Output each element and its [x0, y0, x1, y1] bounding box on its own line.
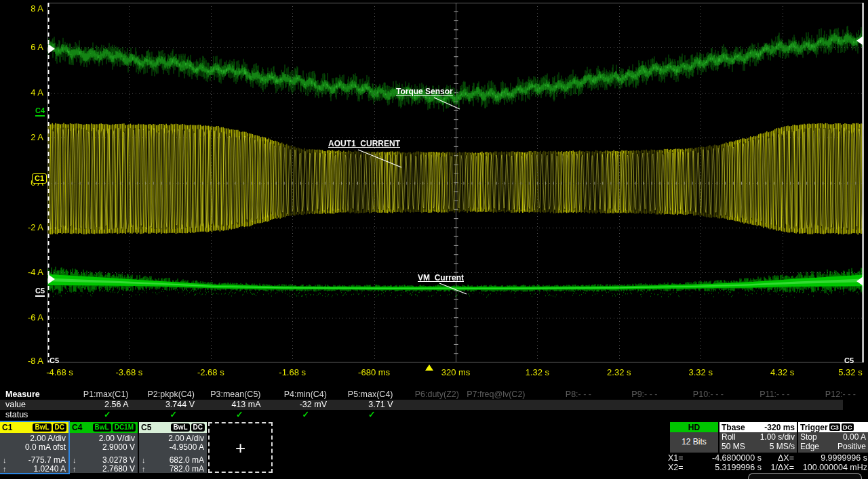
- y-axis-label: 4 A: [0, 88, 43, 98]
- timebase-scale: 1.00 s/div: [760, 432, 795, 442]
- trigger-header: Trigger C3 DC: [798, 422, 868, 432]
- up-arrow-icon: ↑: [142, 465, 146, 474]
- measure-value: [790, 400, 856, 410]
- channel-descriptor-c1[interactable]: C1BwLDC2.00 A/div0.0 mA ofst↓-775.7 mA↑1…: [0, 422, 68, 473]
- measure-value: -32 mV: [261, 400, 328, 410]
- x-axis-label: 5.32 s: [818, 367, 868, 378]
- measure-status-check: [724, 410, 790, 420]
- hd-resolution-box[interactable]: HD 12 Bits: [670, 422, 718, 453]
- cursor-readout: X1= -4.6800000 s ΔX= 9.9999996 s X2= 5.3…: [668, 453, 867, 472]
- trigger-box[interactable]: Trigger C3 DC Stop 0.00 A Edge Positive: [798, 422, 868, 453]
- measure-status-check: [393, 410, 460, 420]
- channel-header: C4BwLDC1M: [70, 422, 138, 433]
- timebase-mode: Roll: [722, 432, 736, 442]
- down-arrow-icon: ↓: [3, 456, 7, 465]
- trace-label[interactable]: Torque Sensor: [396, 87, 453, 96]
- measure-value: [591, 400, 658, 410]
- measure-status-check: ✓: [62, 410, 129, 420]
- measure-value: [459, 400, 526, 410]
- trigger-position-marker: [425, 365, 433, 371]
- measure-column-header[interactable]: P1:max(C1): [62, 390, 129, 400]
- y-axis-label: -6 A: [0, 313, 43, 322]
- hd-title: HD: [688, 423, 700, 432]
- x-axis-label: -2.68 s: [178, 367, 243, 378]
- channel-cursor-value: 1.0240 A: [34, 465, 66, 474]
- x-axis-label: -3.68 s: [96, 367, 161, 378]
- x-axis-label: -1.68 s: [260, 367, 325, 378]
- measure-status-check: ✓: [327, 410, 393, 420]
- measure-status-check: [459, 410, 526, 420]
- measure-column-header[interactable]: P6:duty(Z2): [393, 390, 460, 400]
- channel-cursor-value: 2.7680 V: [102, 465, 135, 474]
- plus-icon: +: [235, 439, 245, 457]
- measure-status-check: ✓: [261, 410, 328, 420]
- channel-badge-dc: DC: [191, 423, 205, 432]
- measure-value: [658, 400, 724, 410]
- measure-column-header[interactable]: P8:- - -: [526, 390, 592, 400]
- x-axis-label: 320 ms: [423, 367, 488, 378]
- trace-label[interactable]: VM_Current: [418, 273, 464, 283]
- measure-column-header[interactable]: P2:pkpk(C4): [129, 390, 195, 400]
- x2-label: X2=: [668, 463, 692, 472]
- measure-column-header[interactable]: P7:freq@lv(C2): [459, 390, 526, 400]
- measure-status-check: [658, 410, 724, 420]
- channel-zero-marker-c5: C5: [35, 287, 45, 297]
- measure-table: Measure P1:max(C1)P2:pkpk(C4)P3:mean(C5)…: [0, 390, 856, 420]
- channel-descriptor-c4[interactable]: C4BwLDC1M2.00 V/div2.9000 V↓3.0278 V↑2.7…: [70, 422, 138, 473]
- measure-column-header[interactable]: P10:- - -: [658, 390, 724, 400]
- measure-column-header[interactable]: P9:- - -: [591, 390, 658, 400]
- bottom-popup-tab[interactable]: [748, 473, 862, 479]
- channel-setting: 2.9000 V: [73, 443, 135, 452]
- y-axis-label: 0 A: [0, 178, 43, 188]
- measure-value: [393, 400, 460, 410]
- measure-column-header[interactable]: P5:max(C4): [327, 390, 393, 400]
- measure-value: 413 mA: [195, 400, 261, 410]
- channel-name: C1: [2, 423, 12, 432]
- dx-label: ΔX=: [762, 453, 794, 463]
- measure-value: [724, 400, 790, 410]
- x1-value: -4.6800000 s: [692, 453, 762, 463]
- measure-status-check: ✓: [129, 410, 195, 420]
- trigger-coupling-badge: DC: [842, 423, 854, 431]
- up-arrow-icon: ↑: [73, 465, 77, 474]
- measure-value: 3.71 V: [327, 400, 393, 410]
- channel-setting: 0.0 mA ofst: [3, 443, 66, 452]
- measure-column-header[interactable]: P11:- - -: [724, 390, 790, 400]
- y-axis-label: 6 A: [0, 43, 43, 52]
- channel-name: C4: [72, 423, 82, 432]
- y-axis-label: -8 A: [0, 356, 43, 366]
- trigger-source-badge: C3: [829, 423, 840, 431]
- trigger-slope: Positive: [837, 442, 866, 451]
- measure-status-check: [526, 410, 592, 420]
- inv-dx-value: 100.000004 mHz: [794, 463, 867, 472]
- measure-status-check: [591, 410, 658, 420]
- measure-title: Measure: [0, 390, 62, 400]
- down-arrow-icon: ↓: [142, 456, 146, 465]
- down-arrow-icon: ↓: [73, 456, 77, 465]
- dx-value: 9.9999996 s: [794, 453, 867, 463]
- measure-column-header[interactable]: P4:min(C4): [261, 390, 328, 400]
- trace-label[interactable]: AOUT1_CURRENT: [328, 139, 400, 148]
- trigger-level: 0.00 A: [843, 432, 866, 442]
- x-axis-label: -680 ms: [342, 367, 407, 378]
- measure-column-header[interactable]: P3:mean(C5): [195, 390, 261, 400]
- y-axis-label: 2 A: [0, 133, 43, 142]
- inv-dx-label: 1/ΔX=: [762, 463, 794, 472]
- channel-badge-dc1m: DC1M: [113, 423, 136, 432]
- up-arrow-icon: ↑: [3, 465, 7, 474]
- channel-header: C5BwLDC: [139, 422, 207, 433]
- channel-zero-marker-c1: C1: [32, 173, 47, 184]
- channel-cursor-value: 782.0 mA: [170, 465, 204, 474]
- y-axis-label: -2 A: [0, 223, 43, 232]
- hd-bits: 12 Bits: [670, 432, 718, 451]
- measure-status-check: ✓: [195, 410, 261, 420]
- timebase-box[interactable]: Tbase -320 ms Roll 1.00 s/div 50 MS 5 MS…: [719, 422, 797, 453]
- x-axis-label: 2.32 s: [587, 367, 652, 378]
- measure-column-header[interactable]: P12:- - -: [790, 390, 856, 400]
- channel-descriptor-c5[interactable]: C5BwLDC2.00 A/div-4.9500 A↓682.0 mA↑782.…: [139, 422, 207, 473]
- add-channel-button[interactable]: +: [208, 422, 273, 473]
- hd-header: HD: [670, 422, 718, 432]
- waveform-plot[interactable]: [47, 3, 864, 362]
- x2-value: 5.3199996 s: [692, 463, 762, 472]
- timebase-delay: -320 ms: [764, 423, 795, 432]
